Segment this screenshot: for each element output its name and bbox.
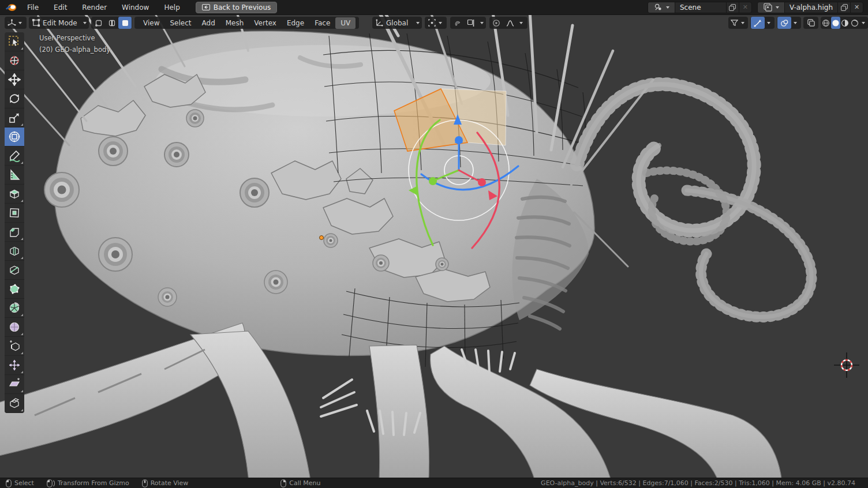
tool-measure[interactable]: [5, 166, 24, 185]
viewport-canvas[interactable]: [0, 0, 868, 488]
tool-poly-build[interactable]: [5, 280, 24, 299]
gizmo-axis-x-handle[interactable]: [478, 178, 486, 186]
tool-smooth[interactable]: [5, 318, 24, 337]
scene-browse-button[interactable]: [648, 2, 675, 13]
view-layer-new-copy-button[interactable]: [837, 2, 850, 13]
object-origin-dot: [320, 236, 324, 240]
editor-3d-viewport-icon: [8, 18, 16, 27]
menu-help[interactable]: Help: [156, 1, 187, 14]
overlays-icon: [780, 19, 788, 27]
select-mode-face-button[interactable]: [118, 17, 132, 29]
chevron-down-icon: [794, 22, 797, 24]
snap-target-dropdown[interactable]: [464, 17, 478, 29]
view-layer-selector[interactable]: V-alpha.high ✕: [757, 2, 863, 13]
menu-render[interactable]: Render: [74, 1, 114, 14]
menu-vertex[interactable]: Vertex: [249, 17, 282, 29]
solid-sphere-icon: [832, 19, 840, 27]
tool-rotate[interactable]: [5, 89, 24, 108]
transform-orientation-dropdown[interactable]: Global: [372, 17, 422, 29]
tool-shear[interactable]: [5, 375, 24, 394]
menu-uv[interactable]: UV: [335, 17, 356, 29]
hint-label: Rotate View: [151, 479, 189, 487]
view-layer-icon: [764, 3, 772, 12]
shading-wireframe-button[interactable]: [821, 17, 831, 29]
hint-select: Select: [6, 479, 34, 487]
scene-new-copy-button[interactable]: [726, 2, 739, 13]
editor-type-button[interactable]: [5, 17, 27, 29]
menu-window[interactable]: Window: [114, 1, 156, 14]
snap-toggle-button[interactable]: [450, 17, 464, 29]
material-sphere-icon: [841, 19, 849, 27]
gizmo-axis-z-handle[interactable]: [455, 136, 463, 144]
mouse-right-icon: [280, 479, 286, 487]
chevron-down-icon: [767, 22, 770, 24]
menu-face[interactable]: Face: [309, 17, 335, 29]
proportional-falloff-dropdown[interactable]: [503, 17, 517, 29]
tool-transform[interactable]: [5, 127, 24, 147]
viewport-header: Edit Mode View Select Add Mesh Vertex Ed: [0, 17, 868, 29]
chevron-down-icon: [666, 6, 669, 9]
tool-annotate[interactable]: [5, 147, 24, 166]
view-layer-name[interactable]: V-alpha.high: [785, 3, 837, 12]
chevron-down-icon: [776, 6, 779, 9]
shading-solid-button[interactable]: [831, 17, 841, 29]
viewport-menus: View Select Add Mesh Vertex Edge Face UV: [134, 17, 359, 29]
edit-mode-icon: [32, 18, 40, 27]
proportional-edit-toggle[interactable]: [489, 17, 503, 29]
shading-material-button[interactable]: [840, 17, 850, 29]
mouse-left-icon: [6, 479, 12, 487]
gizmo-axis-y-handle[interactable]: [429, 177, 437, 185]
tool-select-box[interactable]: [5, 32, 24, 51]
menu-select[interactable]: Select: [164, 17, 196, 29]
xray-toggle[interactable]: [803, 17, 818, 29]
menu-edit[interactable]: Edit: [46, 1, 74, 14]
mouse-left-drag-icon: [47, 479, 55, 487]
tool-rip-region[interactable]: [5, 394, 24, 413]
chevron-down-icon: [480, 22, 484, 24]
shading-rendered-button[interactable]: [850, 17, 860, 29]
view-layer-remove-button[interactable]: ✕: [850, 2, 863, 13]
show-gizmo-toggle[interactable]: [751, 17, 765, 29]
menu-add[interactable]: Add: [197, 17, 220, 29]
menu-mesh[interactable]: Mesh: [220, 17, 249, 29]
tool-scale[interactable]: [5, 108, 24, 127]
tool-move[interactable]: [5, 70, 24, 89]
tool-spin[interactable]: [5, 299, 24, 318]
tool-extrude-region[interactable]: [5, 185, 24, 204]
topbar: File Edit Render Window Help Back to Pre…: [0, 0, 868, 15]
pivot-point-icon: [428, 18, 436, 27]
face-select-icon: [121, 19, 129, 27]
show-overlays-toggle[interactable]: [777, 17, 791, 29]
edge-select-icon: [108, 19, 116, 27]
object-visibility-dropdown[interactable]: [728, 17, 748, 29]
tool-loop-cut[interactable]: [5, 242, 24, 261]
menu-file[interactable]: File: [20, 1, 46, 14]
hint-rotate-view: Rotate View: [142, 479, 189, 487]
mode-dropdown[interactable]: Edit Mode: [29, 17, 89, 29]
chevron-down-icon: [83, 22, 87, 24]
scene-selector[interactable]: Scene ✕: [648, 2, 752, 13]
tool-knife[interactable]: [5, 261, 24, 280]
select-mode-group: [91, 17, 132, 29]
pivot-point-dropdown[interactable]: [425, 17, 447, 29]
tool-edge-slide[interactable]: [5, 337, 24, 356]
statusbar: Select Transform From Gizmo Rotate View …: [0, 478, 868, 488]
chevron-down-icon: [416, 22, 420, 24]
menu-view[interactable]: View: [138, 17, 164, 29]
view-layer-browse-button[interactable]: [758, 2, 785, 13]
tool-bevel[interactable]: [5, 223, 24, 242]
proportional-circle-icon: [492, 19, 500, 27]
orientation-axes-icon: [375, 18, 384, 27]
tool-shrink-fatten[interactable]: [5, 356, 24, 375]
select-mode-edge-button[interactable]: [105, 17, 118, 29]
menu-edge[interactable]: Edge: [282, 17, 309, 29]
tool-inset-faces[interactable]: [5, 204, 24, 223]
scene-name[interactable]: Scene: [675, 3, 726, 12]
hint-transform-from-gizmo: Transform From Gizmo: [47, 479, 129, 487]
select-mode-vertex-button[interactable]: [92, 17, 105, 29]
tool-cursor[interactable]: [5, 51, 24, 70]
back-screen-icon: [202, 4, 210, 10]
hint-label: Select: [14, 479, 34, 487]
xray-icon: [807, 18, 815, 27]
back-to-previous-button[interactable]: Back to Previous: [196, 2, 278, 13]
